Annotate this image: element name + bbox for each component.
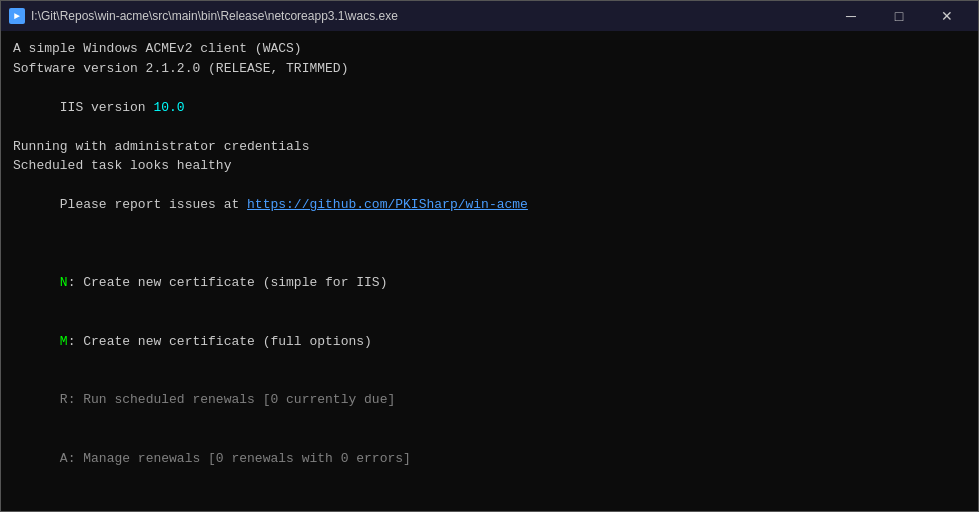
menu-n-line: N: Create new certificate (simple for II… — [13, 254, 966, 313]
minimize-button[interactable]: ─ — [828, 1, 874, 31]
menu-a-key: A — [60, 451, 68, 466]
terminal-output: A simple Windows ACMEv2 client (WACS) So… — [1, 31, 978, 511]
title-bar-left: ► I:\Git\Repos\win-acme\src\main\bin\Rel… — [9, 8, 398, 24]
menu-r-line: R: Run scheduled renewals [0 currently d… — [13, 371, 966, 430]
iis-version-line: IIS version 10.0 — [13, 78, 966, 137]
iis-version-value: 10.0 — [153, 100, 184, 115]
report-prefix: Please report issues at — [60, 197, 247, 212]
menu-n-label: : Create new certificate (simple for IIS… — [68, 275, 388, 290]
blank-line-1 — [13, 234, 966, 254]
info-line-2: Software version 2.1.2.0 (RELEASE, TRIMM… — [13, 59, 966, 79]
info-line-1: A simple Windows ACMEv2 client (WACS) — [13, 39, 966, 59]
scheduled-task-line: Scheduled task looks healthy — [13, 156, 966, 176]
menu-m-label: : Create new certificate (full options) — [68, 334, 372, 349]
menu-n-key: N — [60, 275, 68, 290]
github-link[interactable]: https://github.com/PKISharp/win-acme — [247, 197, 528, 212]
maximize-button[interactable]: □ — [876, 1, 922, 31]
window-title: I:\Git\Repos\win-acme\src\main\bin\Relea… — [31, 9, 398, 23]
menu-a-label: : Manage renewals [0 renewals with 0 err… — [68, 451, 411, 466]
title-bar: ► I:\Git\Repos\win-acme\src\main\bin\Rel… — [1, 1, 978, 31]
admin-line: Running with administrator credentials — [13, 137, 966, 157]
title-bar-controls: ─ □ ✕ — [828, 1, 970, 31]
menu-o-key: O — [60, 509, 68, 511]
menu-o-line: O: More options... — [13, 488, 966, 512]
app-icon: ► — [9, 8, 25, 24]
menu-o-label: : More options... — [68, 509, 201, 511]
menu-r-label: : Run scheduled renewals [0 currently du… — [68, 392, 396, 407]
close-button[interactable]: ✕ — [924, 1, 970, 31]
iis-label: IIS version — [60, 100, 154, 115]
report-issues-line: Please report issues at https://github.c… — [13, 176, 966, 235]
menu-a-line: A: Manage renewals [0 renewals with 0 er… — [13, 429, 966, 488]
menu-m-key: M — [60, 334, 68, 349]
menu-m-line: M: Create new certificate (full options) — [13, 312, 966, 371]
menu-r-key: R — [60, 392, 68, 407]
window: ► I:\Git\Repos\win-acme\src\main\bin\Rel… — [0, 0, 979, 512]
